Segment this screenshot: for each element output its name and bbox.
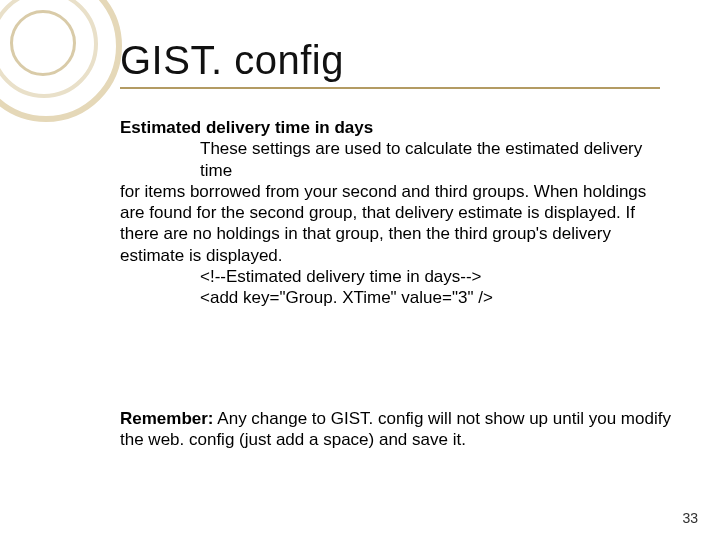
remember-label: Remember:	[120, 409, 214, 428]
section-heading: Estimated delivery time in days	[120, 118, 373, 137]
code-add-line: <add key="Group. XTime" value="3" />	[200, 287, 670, 308]
code-comment-line: <!--Estimated delivery time in days-->	[200, 266, 670, 287]
slide: GIST. config Estimated delivery time in …	[0, 0, 720, 540]
body-text-block: Estimated delivery time in days These se…	[120, 117, 670, 308]
remember-block: Remember: Any change to GIST. config wil…	[120, 408, 680, 451]
page-number: 33	[682, 510, 698, 526]
body-intro-line: These settings are used to calculate the…	[200, 138, 670, 181]
title-underline	[120, 87, 660, 89]
slide-title: GIST. config	[120, 38, 670, 83]
body-paragraph: for items borrowed from your second and …	[120, 182, 646, 265]
